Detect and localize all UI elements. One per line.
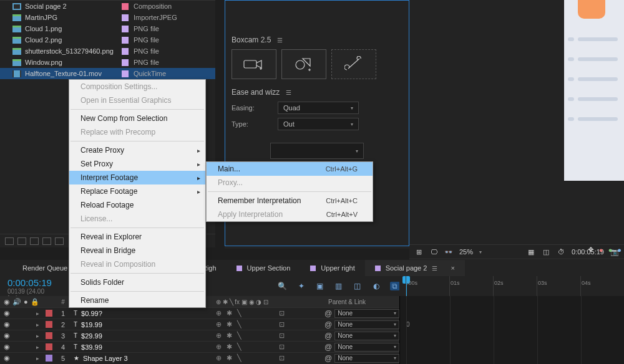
time-icon[interactable]: ⏱ xyxy=(557,248,565,256)
lock-column-icon[interactable]: 🔒 xyxy=(31,298,39,306)
easing-select[interactable]: Out▾ xyxy=(278,118,359,130)
quality-icon[interactable]: ╲ xyxy=(237,309,241,317)
lock3d-icon[interactable]: ⊡ xyxy=(279,309,285,317)
comp-mini-icon[interactable]: ✦ xyxy=(296,282,306,290)
boxcam-settings-button[interactable] xyxy=(331,49,376,79)
delete-icon[interactable] xyxy=(55,237,64,245)
pickwhip-icon[interactable]: @ xyxy=(324,332,332,340)
solo-column-icon[interactable]: ● xyxy=(24,298,28,306)
label-color[interactable] xyxy=(46,310,52,317)
label-color[interactable] xyxy=(46,321,52,328)
draft3d-icon[interactable]: ▣ xyxy=(315,282,325,290)
shy-icon[interactable]: ⊕ xyxy=(216,343,222,351)
video-toggle-icon[interactable]: ◉ xyxy=(4,343,10,351)
parent-select[interactable]: None▾ xyxy=(334,309,399,318)
project-item[interactable]: Window.png PNG file xyxy=(0,57,215,68)
project-item[interactable]: MartinJPG ImporterJPEG xyxy=(0,12,215,23)
vr-icon[interactable]: 👓 xyxy=(444,248,453,256)
collapse-icon[interactable]: ✱ xyxy=(227,309,232,317)
easing-select[interactable]: Quad▾ xyxy=(278,102,359,114)
menu-item[interactable]: Remember InterpretationCtrl+Alt+C xyxy=(207,194,373,208)
quality-icon[interactable]: ╲ xyxy=(237,343,241,351)
layer-row[interactable]: ◉▸ 2 T$19.99 ⊕✱╲⊡ @None▾ xyxy=(0,318,399,330)
menu-item[interactable]: Rename xyxy=(69,294,205,307)
lock3d-icon[interactable]: ⊡ xyxy=(279,320,285,328)
menu-item[interactable]: New Comp from Selection xyxy=(69,112,205,125)
unnamed-select[interactable]: ▾ xyxy=(270,143,364,159)
menu-item[interactable]: Reveal in Bridge xyxy=(69,244,205,257)
menu-item[interactable]: Solids Folder xyxy=(69,275,205,289)
boxcam-shape-button[interactable] xyxy=(281,49,326,79)
pickwhip-icon[interactable]: @ xyxy=(324,354,332,363)
menu-item[interactable]: Interpret Footage xyxy=(69,171,205,184)
twirl-icon[interactable]: ▸ xyxy=(36,322,39,328)
bpc-icon[interactable] xyxy=(42,237,51,245)
menu-item[interactable]: Set Proxy xyxy=(69,157,205,171)
frame-blend-icon[interactable]: ◫ xyxy=(353,282,363,290)
new-folder-icon[interactable] xyxy=(17,237,26,245)
close-icon[interactable]: × xyxy=(451,264,454,272)
twirl-icon[interactable]: ▸ xyxy=(36,355,39,362)
new-comp-icon[interactable] xyxy=(30,237,39,245)
context-menu[interactable]: Composition Settings...Open in Essential… xyxy=(69,79,206,308)
twirl-icon[interactable]: ▸ xyxy=(36,344,39,350)
panel-menu-icon[interactable] xyxy=(286,88,295,97)
layer-row[interactable]: ◉▸ 4 T$39.99 ⊕✱╲⊡ @None▾ xyxy=(0,341,399,352)
layer-row[interactable]: ◉▸ 1 T$0.99? ⊕✱╲⊡ @None▾ xyxy=(0,307,399,318)
shy-icon[interactable]: ⊕ xyxy=(216,320,222,328)
timeline-tab[interactable]: Social page 2× xyxy=(365,260,465,276)
layer-row[interactable]: ◉▸ 3 T$29.99 ⊕✱╲⊡ @None▾ xyxy=(0,330,399,341)
label-color[interactable] xyxy=(46,355,52,362)
search-icon[interactable]: 🔍 xyxy=(278,282,288,290)
video-toggle-icon[interactable]: ◉ xyxy=(4,332,10,340)
graph-editor-icon[interactable]: ⧉ xyxy=(390,282,400,290)
menu-item[interactable]: Replace Footage xyxy=(69,184,205,198)
project-item[interactable]: Halftone_Texture-01.mov QuickTime xyxy=(0,68,215,79)
shy-icon[interactable]: ⊕ xyxy=(216,332,222,340)
shy-icon[interactable]: ⊕ xyxy=(216,309,222,317)
collapse-icon[interactable]: ✱ xyxy=(227,343,232,351)
magnify-icon[interactable]: ⊞ xyxy=(414,248,423,256)
collapse-icon[interactable]: ✱ xyxy=(227,332,232,340)
menu-item[interactable]: Create Proxy xyxy=(69,143,205,157)
boxcam-camera-button[interactable] xyxy=(232,49,276,79)
label-color[interactable] xyxy=(46,343,52,350)
menu-item[interactable]: Reveal in Explorer xyxy=(69,230,205,244)
project-item[interactable]: Social page 2 Composition xyxy=(0,1,215,12)
video-toggle-icon[interactable]: ◉ xyxy=(4,320,10,328)
blue-channel-icon[interactable]: ● xyxy=(617,246,622,254)
parent-select[interactable]: None▾ xyxy=(334,320,399,329)
current-timecode[interactable]: 0:00:05:19 xyxy=(7,277,52,288)
menu-item[interactable]: Reload Footage xyxy=(69,198,205,212)
panel-menu-icon[interactable] xyxy=(277,36,286,44)
video-column-icon[interactable]: ◉ xyxy=(4,298,10,306)
quality-icon[interactable]: ╲ xyxy=(237,332,241,340)
display-icon[interactable]: 🖵 xyxy=(429,248,438,256)
green-channel-icon[interactable]: ● xyxy=(608,246,613,254)
video-toggle-icon[interactable]: ◉ xyxy=(4,309,10,317)
project-item[interactable]: Cloud 1.png PNG file xyxy=(0,23,215,34)
audio-column-icon[interactable]: 🔊 xyxy=(12,298,21,306)
lock3d-icon[interactable]: ⊡ xyxy=(279,332,285,340)
parent-select[interactable]: None▾ xyxy=(334,332,399,340)
zoom-value[interactable]: 25% xyxy=(459,248,473,256)
interpret-footage-icon[interactable] xyxy=(5,237,14,245)
shy-icon[interactable]: ⊕ xyxy=(216,354,222,362)
parent-select[interactable]: None▾ xyxy=(334,354,399,363)
video-toggle-icon[interactable]: ◉ xyxy=(4,354,10,362)
twirl-icon[interactable]: ▸ xyxy=(36,310,39,317)
track-area[interactable]: 0 xyxy=(399,296,624,364)
project-item[interactable]: Cloud 2.png PNG file xyxy=(0,34,215,46)
lock3d-icon[interactable]: ⊡ xyxy=(279,354,285,362)
quality-icon[interactable]: ╲ xyxy=(237,354,241,362)
show-channel-icon[interactable]: ❖ xyxy=(588,246,594,254)
grid-icon[interactable]: ▦ xyxy=(527,248,535,256)
quality-icon[interactable]: ╲ xyxy=(237,320,241,328)
collapse-icon[interactable]: ✱ xyxy=(227,354,232,362)
project-item[interactable]: shutterstock_513279460.png PNG file xyxy=(0,46,215,57)
time-ruler[interactable]: :00s01s02s03s04s xyxy=(399,276,624,296)
interpret-footage-submenu[interactable]: Main...Ctrl+Alt+GProxy...Remember Interp… xyxy=(206,161,373,222)
shy-icon[interactable]: ▥ xyxy=(334,282,344,290)
panel-menu-icon[interactable] xyxy=(432,264,441,272)
collapse-icon[interactable]: ✱ xyxy=(227,320,232,328)
